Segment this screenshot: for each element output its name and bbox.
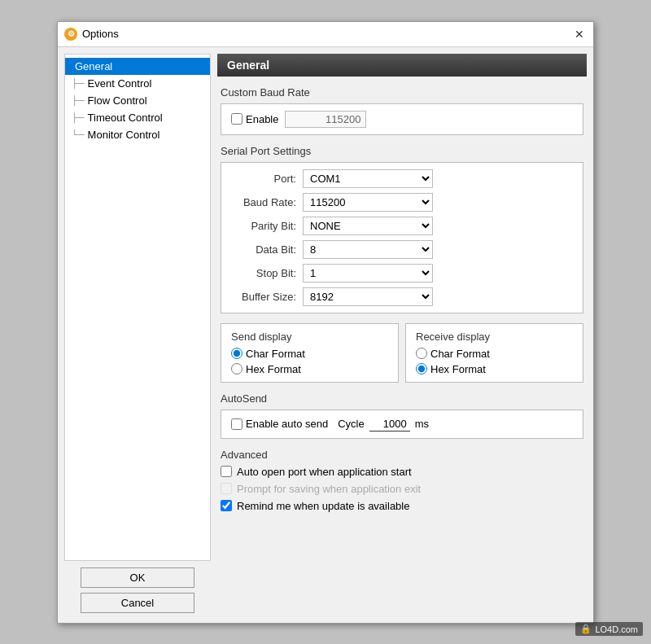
cycle-group: Cycle ms	[338, 417, 429, 432]
receive-hex-format-radio[interactable]	[416, 363, 427, 375]
footer-area: OK Cancel	[58, 567, 593, 623]
stop-bit-row: Stop Bit: 1 1.5 2	[231, 264, 573, 283]
enable-autosend-text: Enable auto send	[246, 418, 328, 430]
data-bit-label: Data Bit:	[231, 243, 296, 256]
receive-display-title: Receive display	[416, 331, 573, 343]
baud-rate-row: Baud Rate: 9600 19200 38400 57600 115200	[231, 193, 573, 212]
parity-bit-select[interactable]: NONE ODD EVEN	[303, 217, 433, 235]
ok-button[interactable]: OK	[81, 567, 194, 588]
receive-char-format-radio[interactable]	[416, 348, 427, 359]
port-label: Port:	[231, 173, 296, 185]
send-char-format-text: Char Format	[246, 348, 305, 360]
auto-open-text: Auto open port when application start	[237, 466, 412, 478]
sidebar-label-general: General	[75, 60, 112, 72]
baud-rate-select[interactable]: 9600 19200 38400 57600 115200	[303, 193, 433, 212]
buffer-size-row: Buffer Size: 1024 2048 4096 8192 16384	[231, 287, 573, 306]
receive-char-format-label[interactable]: Char Format	[416, 348, 573, 360]
advanced-label: Advanced	[221, 449, 583, 461]
autosend-section: AutoSend Enable auto send Cycle ms	[217, 392, 587, 439]
enable-baud-text: Enable	[246, 113, 278, 125]
watermark: 🔒 LO4D.com	[575, 622, 643, 636]
serial-port-label: Serial Port Settings	[221, 145, 583, 157]
buffer-size-label: Buffer Size:	[231, 291, 296, 303]
sidebar-item-monitor-control[interactable]: └─ Monitor Control	[65, 126, 210, 143]
send-display-box: Send display Char Format Hex Format	[221, 323, 399, 383]
sidebar-item-event-control[interactable]: ├─ Event Control	[65, 75, 210, 92]
autosend-label: AutoSend	[221, 392, 583, 405]
prompt-saving-text: Prompt for saving when application exit	[237, 483, 421, 495]
receive-display-box: Receive display Char Format Hex Format	[405, 323, 583, 383]
close-button[interactable]: ✕	[572, 27, 587, 42]
receive-hex-format-text: Hex Format	[430, 363, 486, 375]
autosend-row: Enable auto send Cycle ms	[231, 417, 573, 432]
prompt-saving-row[interactable]: Prompt for saving when application exit	[221, 483, 583, 495]
tree-prefix-timeout: ├─	[72, 112, 85, 122]
stop-bit-label: Stop Bit:	[231, 267, 296, 279]
dialog-body: General ├─ Event Control ├─ Flow Control…	[58, 47, 593, 567]
panel-header: General	[217, 54, 587, 77]
enable-baud-label[interactable]: Enable	[231, 113, 278, 125]
buffer-size-select[interactable]: 1024 2048 4096 8192 16384	[303, 287, 433, 306]
remind-update-text: Remind me when update is available	[237, 500, 409, 512]
title-bar: ⚙ Options ✕	[58, 22, 593, 47]
data-bit-row: Data Bit: 5 6 7 8	[231, 240, 573, 259]
prompt-saving-checkbox[interactable]	[221, 483, 232, 494]
tree-prefix-flow: ├─	[72, 95, 85, 105]
send-char-format-label[interactable]: Char Format	[231, 348, 388, 360]
send-hex-format-text: Hex Format	[246, 363, 301, 375]
main-panel: General Custom Baud Rate Enable Serial	[217, 54, 587, 561]
auto-open-checkbox[interactable]	[221, 466, 232, 477]
send-hex-format-label[interactable]: Hex Format	[231, 363, 388, 375]
parity-bit-label: Parity Bit:	[231, 220, 296, 232]
title-bar-left: ⚙ Options	[64, 28, 119, 41]
enable-baud-checkbox[interactable]	[231, 113, 242, 125]
custom-baud-rate-label: Custom Baud Rate	[221, 86, 583, 99]
options-dialog: ⚙ Options ✕ General ├─ Event Control ├─ …	[57, 21, 594, 624]
ms-label: ms	[415, 418, 429, 430]
watermark-text: LO4D.com	[595, 624, 638, 634]
receive-char-format-text: Char Format	[430, 348, 490, 360]
sidebar-label-event-control: Event Control	[88, 77, 152, 90]
sidebar-label-timeout-control: Timeout Control	[88, 112, 163, 124]
cancel-button[interactable]: Cancel	[81, 593, 194, 613]
cycle-label: Cycle	[338, 418, 365, 430]
baud-rate-label: Baud Rate:	[231, 196, 296, 208]
advanced-section: Advanced Auto open port when application…	[217, 449, 587, 517]
tree-prefix-monitor: └─	[72, 129, 85, 139]
sidebar: General ├─ Event Control ├─ Flow Control…	[64, 54, 211, 561]
app-icon: ⚙	[64, 28, 77, 41]
serial-port-box: Port: COM1 COM2 COM3 COM4 Baud Rate: 960…	[221, 162, 583, 313]
auto-open-row[interactable]: Auto open port when application start	[221, 466, 583, 478]
receive-hex-format-label[interactable]: Hex Format	[416, 363, 573, 375]
serial-port-section: Serial Port Settings Port: COM1 COM2 COM…	[217, 145, 587, 313]
baud-value-input[interactable]	[285, 111, 366, 128]
tree-prefix-event: ├─	[72, 78, 85, 88]
footer-buttons: OK Cancel	[64, 567, 211, 613]
data-bit-select[interactable]: 5 6 7 8	[303, 240, 433, 259]
autosend-box: Enable auto send Cycle ms	[221, 410, 583, 439]
sidebar-item-general[interactable]: General	[65, 58, 210, 75]
sidebar-label-flow-control: Flow Control	[88, 94, 147, 107]
enable-autosend-label[interactable]: Enable auto send	[231, 418, 328, 430]
remind-update-row[interactable]: Remind me when update is available	[221, 500, 583, 512]
watermark-icon: 🔒	[580, 624, 592, 634]
custom-baud-rate-section: Custom Baud Rate Enable	[217, 86, 587, 135]
sidebar-item-timeout-control[interactable]: ├─ Timeout Control	[65, 109, 210, 126]
remind-update-checkbox[interactable]	[221, 500, 232, 511]
port-row: Port: COM1 COM2 COM3 COM4	[231, 169, 573, 188]
send-display-title: Send display	[231, 331, 388, 343]
stop-bit-select[interactable]: 1 1.5 2	[303, 264, 433, 283]
send-hex-format-radio[interactable]	[231, 363, 242, 375]
sidebar-item-flow-control[interactable]: ├─ Flow Control	[65, 92, 210, 109]
dialog-title: Options	[82, 28, 119, 40]
sidebar-label-monitor-control: Monitor Control	[88, 129, 160, 141]
port-select[interactable]: COM1 COM2 COM3 COM4	[303, 169, 433, 188]
send-char-format-radio[interactable]	[231, 348, 242, 359]
parity-bit-row: Parity Bit: NONE ODD EVEN	[231, 217, 573, 235]
cycle-input[interactable]	[369, 417, 410, 432]
custom-baud-rate-box: Enable	[221, 103, 583, 135]
enable-autosend-checkbox[interactable]	[231, 418, 242, 430]
custom-baud-row: Enable	[231, 111, 573, 128]
display-section: Send display Char Format Hex Format Rece…	[217, 323, 587, 383]
